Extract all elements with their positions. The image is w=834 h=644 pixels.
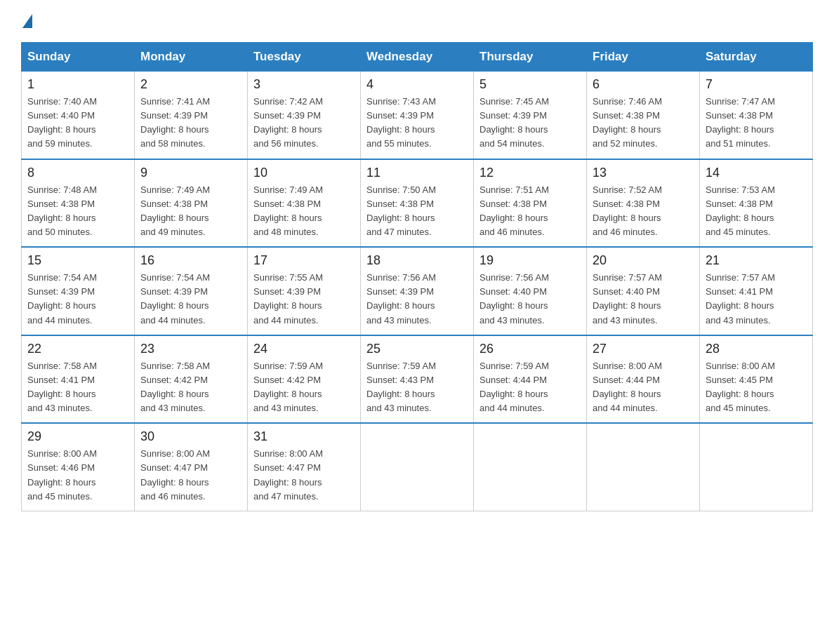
calendar-cell: 10 Sunrise: 7:49 AMSunset: 4:38 PMDaylig… (248, 159, 361, 248)
day-number: 3 (253, 77, 355, 92)
calendar-cell (587, 423, 700, 511)
day-number: 18 (366, 253, 468, 268)
day-number: 17 (253, 253, 355, 268)
calendar-cell: 17 Sunrise: 7:55 AMSunset: 4:39 PMDaylig… (248, 247, 361, 335)
day-number: 25 (366, 342, 468, 356)
calendar-cell: 31 Sunrise: 8:00 AMSunset: 4:47 PMDaylig… (248, 423, 361, 511)
calendar-cell: 20 Sunrise: 7:57 AMSunset: 4:40 PMDaylig… (587, 247, 700, 335)
column-header-sunday: Sunday (22, 43, 135, 72)
day-info: Sunrise: 7:55 AMSunset: 4:39 PMDaylight:… (253, 272, 323, 325)
day-number: 12 (479, 166, 581, 180)
calendar-cell: 7 Sunrise: 7:47 AMSunset: 4:38 PMDayligh… (700, 72, 813, 159)
calendar-cell: 28 Sunrise: 8:00 AMSunset: 4:45 PMDaylig… (700, 335, 813, 424)
day-number: 16 (140, 253, 241, 268)
day-info: Sunrise: 8:00 AMSunset: 4:46 PMDaylight:… (27, 448, 97, 501)
day-number: 23 (140, 342, 241, 356)
logo (21, 14, 34, 29)
calendar-cell: 14 Sunrise: 7:53 AMSunset: 4:38 PMDaylig… (700, 159, 813, 248)
day-number: 5 (479, 77, 581, 92)
day-info: Sunrise: 7:57 AMSunset: 4:40 PMDaylight:… (593, 272, 662, 325)
day-number: 7 (706, 77, 807, 92)
calendar-cell: 24 Sunrise: 7:59 AMSunset: 4:42 PMDaylig… (248, 335, 361, 424)
calendar-cell: 16 Sunrise: 7:54 AMSunset: 4:39 PMDaylig… (135, 247, 248, 335)
day-info: Sunrise: 7:43 AMSunset: 4:39 PMDaylight:… (366, 96, 436, 149)
day-number: 20 (593, 253, 694, 268)
calendar-cell: 26 Sunrise: 7:59 AMSunset: 4:44 PMDaylig… (474, 335, 587, 424)
day-info: Sunrise: 7:54 AMSunset: 4:39 PMDaylight:… (140, 272, 210, 325)
day-info: Sunrise: 8:00 AMSunset: 4:47 PMDaylight:… (140, 448, 210, 501)
calendar-cell: 15 Sunrise: 7:54 AMSunset: 4:39 PMDaylig… (22, 247, 135, 335)
calendar-cell: 19 Sunrise: 7:56 AMSunset: 4:40 PMDaylig… (474, 247, 587, 335)
calendar-header-row: SundayMondayTuesdayWednesdayThursdayFrid… (22, 43, 813, 72)
day-number: 14 (706, 166, 807, 180)
day-number: 9 (140, 166, 241, 180)
calendar-cell: 12 Sunrise: 7:51 AMSunset: 4:38 PMDaylig… (474, 159, 587, 248)
column-header-saturday: Saturday (700, 43, 813, 72)
calendar-table: SundayMondayTuesdayWednesdayThursdayFrid… (21, 42, 813, 511)
day-info: Sunrise: 7:56 AMSunset: 4:40 PMDaylight:… (479, 272, 549, 325)
page-header (21, 14, 813, 29)
day-info: Sunrise: 7:50 AMSunset: 4:38 PMDaylight:… (366, 185, 436, 237)
day-info: Sunrise: 7:49 AMSunset: 4:38 PMDaylight:… (140, 185, 210, 237)
calendar-cell: 13 Sunrise: 7:52 AMSunset: 4:38 PMDaylig… (587, 159, 700, 248)
calendar-week-row: 15 Sunrise: 7:54 AMSunset: 4:39 PMDaylig… (22, 247, 813, 335)
calendar-cell: 22 Sunrise: 7:58 AMSunset: 4:41 PMDaylig… (22, 335, 135, 424)
calendar-cell: 2 Sunrise: 7:41 AMSunset: 4:39 PMDayligh… (135, 72, 248, 159)
column-header-friday: Friday (587, 43, 700, 72)
column-header-tuesday: Tuesday (248, 43, 361, 72)
day-number: 8 (27, 166, 128, 180)
day-info: Sunrise: 8:00 AMSunset: 4:45 PMDaylight:… (706, 361, 775, 413)
calendar-cell (361, 423, 474, 511)
calendar-cell: 18 Sunrise: 7:56 AMSunset: 4:39 PMDaylig… (361, 247, 474, 335)
day-number: 21 (706, 253, 807, 268)
calendar-cell (474, 423, 587, 511)
day-number: 11 (366, 166, 468, 180)
day-number: 13 (593, 166, 694, 180)
day-number: 15 (27, 253, 128, 268)
calendar-cell: 11 Sunrise: 7:50 AMSunset: 4:38 PMDaylig… (361, 159, 474, 248)
day-info: Sunrise: 7:59 AMSunset: 4:43 PMDaylight:… (366, 361, 436, 413)
calendar-cell: 6 Sunrise: 7:46 AMSunset: 4:38 PMDayligh… (587, 72, 700, 159)
day-number: 19 (479, 253, 581, 268)
calendar-cell: 9 Sunrise: 7:49 AMSunset: 4:38 PMDayligh… (135, 159, 248, 248)
day-info: Sunrise: 7:48 AMSunset: 4:38 PMDaylight:… (27, 185, 97, 237)
calendar-cell: 1 Sunrise: 7:40 AMSunset: 4:40 PMDayligh… (22, 72, 135, 159)
day-number: 1 (27, 77, 128, 92)
day-info: Sunrise: 7:46 AMSunset: 4:38 PMDaylight:… (593, 96, 662, 149)
day-info: Sunrise: 7:45 AMSunset: 4:39 PMDaylight:… (479, 96, 549, 149)
day-info: Sunrise: 7:42 AMSunset: 4:39 PMDaylight:… (253, 96, 323, 149)
day-info: Sunrise: 7:54 AMSunset: 4:39 PMDaylight:… (27, 272, 97, 325)
calendar-week-row: 8 Sunrise: 7:48 AMSunset: 4:38 PMDayligh… (22, 159, 813, 248)
calendar-cell: 30 Sunrise: 8:00 AMSunset: 4:47 PMDaylig… (135, 423, 248, 511)
calendar-cell: 25 Sunrise: 7:59 AMSunset: 4:43 PMDaylig… (361, 335, 474, 424)
calendar-cell: 27 Sunrise: 8:00 AMSunset: 4:44 PMDaylig… (587, 335, 700, 424)
day-info: Sunrise: 7:51 AMSunset: 4:38 PMDaylight:… (479, 185, 549, 237)
day-info: Sunrise: 8:00 AMSunset: 4:47 PMDaylight:… (253, 448, 323, 501)
day-info: Sunrise: 7:59 AMSunset: 4:44 PMDaylight:… (479, 361, 549, 413)
day-info: Sunrise: 7:58 AMSunset: 4:41 PMDaylight:… (27, 361, 97, 413)
day-number: 6 (593, 77, 694, 92)
day-number: 29 (27, 429, 128, 444)
day-info: Sunrise: 7:40 AMSunset: 4:40 PMDaylight:… (27, 96, 97, 149)
day-info: Sunrise: 7:41 AMSunset: 4:39 PMDaylight:… (140, 96, 210, 149)
day-info: Sunrise: 7:52 AMSunset: 4:38 PMDaylight:… (593, 185, 662, 237)
day-number: 24 (253, 342, 355, 356)
calendar-cell (700, 423, 813, 511)
calendar-week-row: 22 Sunrise: 7:58 AMSunset: 4:41 PMDaylig… (22, 335, 813, 424)
day-info: Sunrise: 7:57 AMSunset: 4:41 PMDaylight:… (706, 272, 775, 325)
day-number: 30 (140, 429, 241, 444)
calendar-cell: 21 Sunrise: 7:57 AMSunset: 4:41 PMDaylig… (700, 247, 813, 335)
calendar-cell: 4 Sunrise: 7:43 AMSunset: 4:39 PMDayligh… (361, 72, 474, 159)
day-number: 10 (253, 166, 355, 180)
day-number: 28 (706, 342, 807, 356)
day-info: Sunrise: 7:56 AMSunset: 4:39 PMDaylight:… (366, 272, 436, 325)
logo-triangle-icon (22, 14, 32, 28)
calendar-week-row: 1 Sunrise: 7:40 AMSunset: 4:40 PMDayligh… (22, 72, 813, 159)
day-number: 31 (253, 429, 355, 444)
day-number: 22 (27, 342, 128, 356)
day-number: 4 (366, 77, 468, 92)
day-info: Sunrise: 7:59 AMSunset: 4:42 PMDaylight:… (253, 361, 323, 413)
day-number: 26 (479, 342, 581, 356)
day-info: Sunrise: 7:49 AMSunset: 4:38 PMDaylight:… (253, 185, 323, 237)
calendar-week-row: 29 Sunrise: 8:00 AMSunset: 4:46 PMDaylig… (22, 423, 813, 511)
